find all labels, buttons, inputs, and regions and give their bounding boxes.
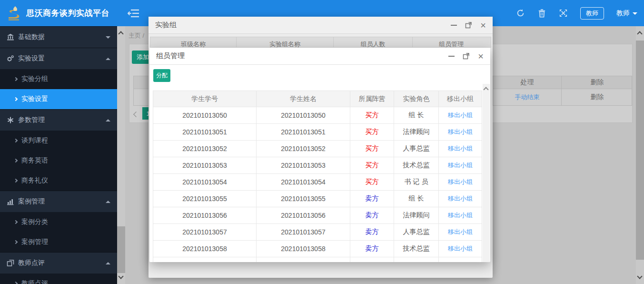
sidebar-item-label: 商务礼仪 — [21, 176, 110, 185]
remove-from-group-link: 移出小组 — [448, 178, 473, 186]
chevron-right-icon — [14, 240, 18, 244]
sidebar-item-label: 实验分组 — [21, 75, 110, 83]
student-id-cell: 202101013058 — [153, 241, 257, 257]
student-name-cell: 202101013057 — [257, 224, 350, 240]
chevron-right-icon — [14, 77, 18, 81]
member-table-header: 学生学号 学生姓名 所属阵营 实验角色 移出小组 — [153, 91, 482, 107]
close-icon[interactable]: × — [479, 21, 487, 29]
delete-link[interactable]: 删除 — [561, 89, 633, 105]
modal-title: 实验组 — [155, 20, 177, 30]
header-role: 实验角色 — [394, 91, 439, 107]
scroll-down-icon[interactable] — [118, 274, 123, 279]
maximize-icon[interactable] — [465, 21, 472, 29]
breadcrumb: 主页 / — [129, 31, 144, 40]
fullscreen-icon[interactable] — [559, 9, 568, 18]
sidebar-item-label: 教师点评 — [21, 279, 110, 284]
refresh-icon[interactable] — [516, 9, 525, 18]
sidebar-item-experiment-setup-active[interactable]: 实验设置 — [0, 89, 117, 109]
minimize-icon[interactable] — [447, 52, 455, 60]
remove-cell[interactable]: 移出小组 — [439, 124, 482, 140]
modal-scrollbar[interactable] — [483, 84, 490, 262]
student-name-cell: 202101013051 — [257, 124, 350, 140]
student-name-cell: 202101013056 — [257, 207, 350, 223]
user-dropdown[interactable]: 教师 — [616, 9, 637, 18]
sidebar-item-business-etiquette[interactable]: 商务礼仪 — [0, 171, 117, 191]
maximize-icon[interactable] — [462, 52, 470, 60]
student-name-cell: 202101013052 — [257, 141, 350, 157]
sidebar-item-label: 谈判课程 — [21, 136, 110, 145]
remove-cell[interactable]: 移出小组 — [439, 191, 482, 207]
sidebar-item-experiment-settings[interactable]: 实验设置 — [0, 48, 117, 69]
sidebar-item-case-category[interactable]: 案例分类 — [0, 212, 117, 232]
close-icon[interactable]: × — [477, 52, 485, 60]
header-camp: 所属阵营 — [350, 91, 394, 107]
remove-cell[interactable]: 移出小组 — [439, 207, 482, 223]
assign-button[interactable]: 分配 — [153, 69, 170, 82]
topbar-actions: 教师 教师 — [516, 0, 637, 26]
remove-from-group-link: 移出小组 — [448, 211, 473, 220]
sidebar-collapse-icon[interactable] — [128, 8, 139, 19]
modal-titlebar: 组员管理 × — [149, 48, 490, 65]
trash-icon[interactable] — [537, 9, 546, 18]
sidebar-item-label: 案例分类 — [21, 218, 110, 226]
scroll-up-icon[interactable] — [483, 87, 488, 92]
remove-cell[interactable]: 移出小组 — [439, 224, 482, 240]
sidebar-item-label: 实验设置 — [18, 54, 106, 63]
sidebar-item-negotiation-course[interactable]: 谈判课程 — [0, 131, 117, 151]
scroll-down-icon[interactable] — [637, 274, 642, 279]
scroll-up-icon[interactable] — [118, 31, 123, 36]
modal-titlebar: 实验组 × — [149, 17, 493, 34]
sidebar-item-experiment-grouping[interactable]: 实验分组 — [0, 69, 117, 89]
pager-prev-icon[interactable] — [133, 112, 139, 117]
student-name-cell: 202101013053 — [257, 157, 350, 173]
member-management-modal: 组员管理 × 分配 学生学号 学生姓名 所属阵营 实验角色 移出小组 20210… — [149, 48, 490, 262]
sidebar-item-case-mgmt-sub[interactable]: 案例管理 — [0, 232, 117, 252]
student-id-cell: 202101013051 — [153, 124, 257, 140]
member-table-row: 202101013057202101013057卖方人事总监移出小组 — [153, 223, 482, 240]
scrollbar-thumb[interactable] — [636, 41, 644, 260]
member-table-row: 202101013056202101013056卖方法律顾问移出小组 — [153, 207, 482, 223]
member-table-row: 202101013051202101013051买方法律顾问移出小组 — [153, 123, 482, 140]
sidebar-item-teacher-review[interactable]: 教师点评 — [0, 252, 117, 274]
remove-cell[interactable]: 移出小组 — [439, 157, 482, 173]
gears-icon — [7, 55, 14, 62]
app-title: 思沃商务谈判实战平台 — [26, 8, 109, 19]
chevron-right-icon — [14, 159, 18, 162]
remove-cell[interactable]: 移出小组 — [439, 141, 482, 157]
page-scrollbar[interactable] — [636, 26, 644, 284]
sidebar-scrollbar[interactable] — [117, 26, 125, 284]
remove-from-group-link: 移出小组 — [448, 244, 473, 253]
manual-end-link[interactable]: 手动结束 — [493, 89, 561, 105]
minimize-icon[interactable] — [450, 21, 457, 29]
sidebar-item-basic-data[interactable]: 基础数据 — [0, 26, 117, 48]
sidebar-item-teacher-review-sub[interactable]: 教师点评 — [0, 274, 117, 284]
student-name-cell: 202101013058 — [257, 241, 350, 257]
modal-title: 组员管理 — [156, 51, 185, 61]
remove-cell[interactable]: 移出小组 — [439, 174, 482, 190]
student-id-cell: 202101013056 — [153, 207, 257, 223]
sidebar-item-case-mgmt[interactable]: 案例管理 — [0, 191, 117, 212]
sidebar-item-label: 商务英语 — [21, 156, 110, 165]
brand: 思沃商务谈判实战平台 — [0, 0, 117, 26]
camp-cell: 卖方 — [350, 241, 394, 257]
remove-cell[interactable]: 移出小组 — [439, 107, 482, 123]
group-table-header: 班级名称 实验组名称 组员人数 组员管理 — [150, 37, 491, 48]
chevron-right-icon — [14, 220, 18, 224]
camp-cell: 卖方 — [350, 224, 394, 240]
scroll-up-icon[interactable] — [637, 31, 642, 36]
sidebar-item-business-english[interactable]: 商务英语 — [0, 151, 117, 171]
camp-cell: 买方 — [350, 141, 394, 157]
header-student-name: 学生姓名 — [257, 91, 350, 107]
student-id-cell: 202101013052 — [153, 141, 257, 157]
camp-cell: 买方 — [350, 174, 394, 190]
role-cell: 法律顾问 — [394, 207, 439, 223]
member-table-row: 202101013050202101013050买方组 长移出小组 — [153, 107, 482, 123]
sidebar-item-parameter-mgmt[interactable]: 参数管理 — [0, 109, 117, 131]
remove-cell[interactable]: 移出小组 — [439, 241, 482, 257]
scrollbar-thumb[interactable] — [117, 226, 125, 273]
role-badge[interactable]: 教师 — [580, 7, 604, 20]
caret-up-icon — [106, 119, 110, 122]
remove-from-group-link: 移出小组 — [448, 228, 473, 236]
caret-up-icon — [106, 262, 110, 264]
chevron-right-icon — [14, 97, 18, 101]
